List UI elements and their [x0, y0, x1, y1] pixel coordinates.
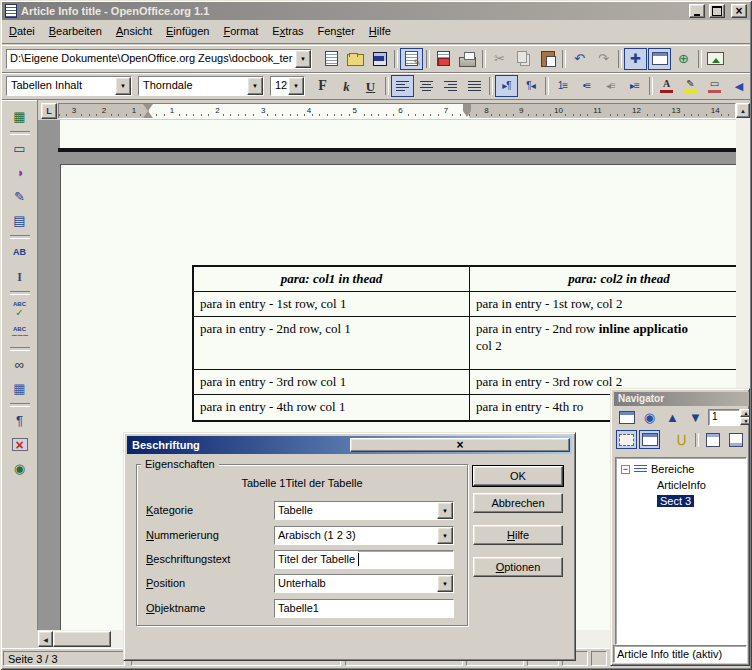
right-margin-marker[interactable]	[463, 104, 471, 117]
bullet-list-icon[interactable]: •≡	[575, 75, 598, 97]
set-reminder-icon[interactable]	[671, 430, 692, 449]
title-bar[interactable]: Article Info title - OpenOffice.org 1.1	[2, 2, 750, 20]
maximize-icon[interactable]	[709, 4, 725, 18]
menu-item[interactable]: Fenster	[311, 20, 362, 43]
find-replace-icon[interactable]: ∞	[7, 353, 33, 376]
insert-table-icon[interactable]: ▦	[7, 105, 33, 128]
table-cell[interactable]: para in entry - 2nd row, col 1	[194, 317, 470, 369]
table-cell[interactable]: para in entry - 4th row col 1	[194, 395, 470, 420]
insert-object-icon[interactable]: ◑	[7, 161, 33, 184]
tab-type-selector[interactable]: L	[41, 103, 57, 119]
rtl-paragraph-icon[interactable]: ¶◂	[519, 75, 542, 97]
header-icon[interactable]	[702, 430, 723, 449]
numbering-dropdown-icon[interactable]	[437, 527, 453, 544]
caption-text-input[interactable]: Titel der Tabelle	[274, 550, 454, 569]
auto-spellcheck-icon[interactable]	[7, 321, 33, 344]
stylist-icon[interactable]	[648, 48, 671, 70]
menu-item[interactable]: Bearbeiten	[42, 20, 109, 43]
data-sources-icon[interactable]: ▦	[7, 377, 33, 400]
close-icon[interactable]	[731, 4, 747, 18]
spin-down-icon[interactable]: ▼	[740, 417, 750, 425]
minimize-icon[interactable]	[689, 4, 705, 18]
align-left-icon[interactable]	[391, 75, 414, 97]
next-icon[interactable]: ▼	[685, 408, 706, 427]
content-view-icon[interactable]	[639, 430, 660, 449]
menu-item[interactable]: Einfügen	[159, 20, 216, 43]
footer-icon[interactable]	[725, 430, 746, 449]
drag-mode-icon[interactable]	[616, 430, 637, 449]
toolbar-overflow-icon[interactable]: ◀	[731, 77, 747, 95]
align-justify-icon[interactable]	[463, 75, 486, 97]
spin-up-icon[interactable]: ▲	[740, 409, 750, 417]
nonprinting-characters-icon[interactable]: ¶	[7, 409, 33, 432]
position-dropdown-icon[interactable]	[437, 575, 453, 592]
cancel-button[interactable]: Abbrechen	[473, 493, 563, 513]
navigator-title-bar[interactable]: Navigator	[614, 392, 749, 406]
anchor-text-icon[interactable]	[748, 430, 750, 449]
navigator-icon[interactable]: ✚	[624, 48, 647, 70]
undo-icon[interactable]: ↶	[568, 48, 591, 70]
dialog-close-icon[interactable]	[350, 438, 570, 452]
increase-indent-icon[interactable]: ▸≡	[623, 75, 646, 97]
form-functions-icon[interactable]: ▤	[7, 209, 33, 232]
decrease-indent-icon[interactable]: ◂≡	[599, 75, 622, 97]
direct-cursor-icon[interactable]: I	[7, 265, 33, 288]
font-dropdown-icon[interactable]	[247, 77, 263, 95]
draw-functions-icon[interactable]: ✎	[7, 185, 33, 208]
navigation-icon[interactable]: ◉	[639, 408, 660, 427]
toggle-icon[interactable]	[616, 408, 637, 427]
menu-item[interactable]: Ansicht	[109, 20, 159, 43]
table-header-cell[interactable]: para: col1 in thead	[194, 267, 470, 291]
options-button[interactable]: Optionen	[473, 557, 563, 577]
page-2-bottom[interactable]	[60, 120, 736, 148]
load-url-combobox[interactable]: D:\Eigene Dokumente\OpenOffice.org Zeugs…	[6, 49, 312, 69]
category-combobox[interactable]: Tabelle	[274, 501, 454, 520]
cut-icon[interactable]: ✂	[488, 48, 511, 70]
scroll-up-icon[interactable]: ▲	[736, 103, 750, 118]
hyperlink-dialog-icon[interactable]: ⊕	[672, 48, 695, 70]
load-url-value[interactable]: D:\Eigene Dokumente\OpenOffice.org Zeugs…	[7, 50, 295, 68]
spellcheck-icon[interactable]	[7, 297, 33, 320]
menu-item[interactable]: Hilfe	[362, 20, 398, 43]
save-document-icon[interactable]	[368, 48, 391, 70]
open-document-icon[interactable]	[344, 48, 367, 70]
menu-item[interactable]: Extras	[265, 20, 310, 43]
indent-marker[interactable]	[143, 104, 153, 118]
url-dropdown-icon[interactable]	[295, 50, 311, 68]
paragraph-style-combobox[interactable]: Tabellen Inhalt	[6, 76, 132, 96]
redo-icon[interactable]: ↷	[592, 48, 615, 70]
ok-button[interactable]: OK	[473, 466, 563, 486]
align-right-icon[interactable]	[439, 75, 462, 97]
paragraph-background-icon[interactable]: ▭	[703, 75, 726, 97]
font-name-combobox[interactable]: Thorndale	[138, 76, 264, 96]
style-dropdown-icon[interactable]	[115, 77, 131, 95]
table-cell[interactable]: para in entry - 1st row, col 2	[470, 292, 736, 316]
size-dropdown-icon[interactable]	[288, 77, 304, 95]
menu-item[interactable]: Datei	[2, 20, 42, 43]
scroll-left-icon[interactable]: ◀	[38, 631, 53, 647]
table-cell[interactable]: para in entry - 1st row, col 1	[194, 292, 470, 316]
object-name-input[interactable]: Tabelle1	[274, 599, 454, 618]
paste-icon[interactable]	[536, 48, 559, 70]
graphics-onoff-icon[interactable]	[7, 433, 33, 456]
active-document-selector[interactable]: Article Info title (aktiv)	[613, 645, 747, 663]
table-cell[interactable]: para in entry - 3rd row col 1	[194, 370, 470, 394]
gallery-icon[interactable]	[704, 48, 727, 70]
align-center-icon[interactable]	[415, 75, 438, 97]
tree-item[interactable]: ArticleInfo	[616, 477, 746, 493]
font-size-combobox[interactable]: 12	[270, 76, 305, 96]
highlight-color-icon[interactable]: ✎	[679, 75, 702, 97]
bold-icon[interactable]: F	[311, 75, 334, 97]
tree-item[interactable]: Sect 3	[616, 493, 746, 509]
online-layout-icon[interactable]: ◉	[7, 457, 33, 480]
previous-icon[interactable]: ▲	[662, 408, 683, 427]
insert-frame-icon[interactable]: ▭	[7, 137, 33, 160]
category-dropdown-icon[interactable]	[437, 502, 453, 519]
table-header-cell[interactable]: para: col2 in thead	[470, 267, 736, 291]
menu-item[interactable]: Format	[216, 20, 265, 43]
position-combobox[interactable]: Unterhalb	[274, 574, 454, 593]
underline-icon[interactable]: U	[359, 75, 382, 97]
italic-icon[interactable]: k	[335, 75, 358, 97]
help-button[interactable]: Hilfe	[473, 525, 563, 545]
numbered-list-icon[interactable]: 1≡	[551, 75, 574, 97]
